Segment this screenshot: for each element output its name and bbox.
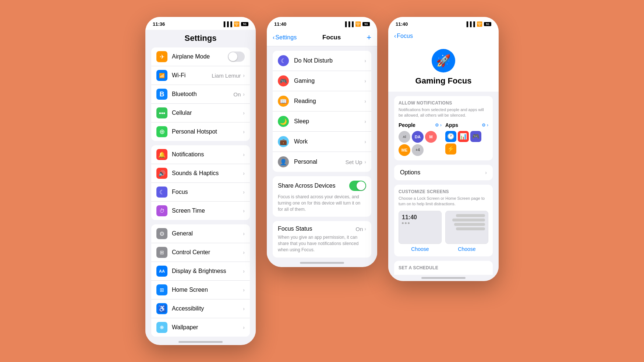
dot-2 [405, 222, 407, 224]
wifi-icon-3: 🛜 [477, 21, 482, 27]
settings-item-notifications[interactable]: 🔔 Notifications › [151, 145, 250, 164]
signal-icon: ▐▐▐ [222, 21, 232, 27]
battery-icon: 5G [241, 22, 248, 26]
app-icon-2: 📊 [458, 131, 469, 142]
status-group: Focus Status On › When you give an app p… [273, 221, 371, 257]
lock-screen-preview: 11:40 Choose [399, 211, 442, 252]
dnd-chevron: › [364, 58, 366, 64]
status-time-2: 11:40 [274, 21, 286, 27]
settings-back-button[interactable]: ‹ Settings [273, 34, 297, 41]
settings-item-accessibility[interactable]: ♿ Accessibility › [151, 299, 250, 318]
focus-item-work[interactable]: 💼 Work › [273, 132, 371, 152]
people-column: People ⚙ › Al DA M ME +4 [399, 122, 442, 156]
display-icon: AA [156, 266, 167, 277]
focus-item-reading[interactable]: 📖 Reading › [273, 91, 371, 111]
app-icons-row: 🕐 📊 🎮 ⚡ [445, 131, 488, 155]
notifications-chevron: › [243, 152, 245, 157]
settings-item-wifi[interactable]: 📶 Wi-Fi Liam Lemur › [151, 66, 250, 85]
hotspot-label: Personal Hotspot [172, 128, 243, 135]
focus-item-dnd[interactable]: ☾ Do Not Disturb › [273, 51, 371, 71]
hotspot-icon: ⊕ [156, 126, 167, 137]
home-bar-2 [452, 219, 485, 221]
app-icon-4: ⚡ [445, 143, 456, 155]
cellular-chevron: › [243, 110, 245, 116]
settings-item-sounds[interactable]: 🔊 Sounds & Haptics › [151, 164, 250, 183]
settings-item-display[interactable]: AA Display & Brightness › [151, 262, 250, 281]
bluetooth-label: Bluetooth [172, 91, 233, 97]
personal-icon: 👤 [278, 156, 289, 167]
wallpaper-icon: ❋ [156, 322, 167, 333]
gaming-header: 🚀 Gaming Focus [388, 43, 499, 92]
focus-item-personal[interactable]: 👤 Personal Set Up › [273, 152, 371, 172]
reading-label: Reading [294, 98, 364, 104]
display-label: Display & Brightness [172, 268, 243, 274]
status-desc: When you give an app permission, it can … [278, 234, 366, 253]
lock-dots [402, 222, 410, 224]
status-time-3: 11:40 [396, 21, 408, 27]
dot-1 [402, 222, 404, 224]
allow-notifications-desc: Notifications from selected people and a… [399, 107, 488, 118]
allow-notifications-title: ALLOW NOTIFICATIONS [399, 100, 488, 106]
settings-item-bluetooth[interactable]: B Bluetooth On › [151, 85, 250, 104]
sleep-label: Sleep [294, 118, 364, 125]
status-time-1: 11:36 [153, 21, 165, 27]
settings-item-airplane[interactable]: ✈ Airplane Mode [151, 47, 250, 66]
options-row[interactable]: Options › [394, 165, 493, 180]
add-focus-button[interactable]: + [367, 33, 371, 42]
settings-item-controlcenter[interactable]: ⊞ Control Center › [151, 243, 250, 262]
settings-item-cellular[interactable]: ●●● Cellular › [151, 104, 250, 123]
airplane-icon: ✈ [156, 51, 167, 62]
airplane-label: Airplane Mode [172, 53, 228, 60]
wallpaper-label: Wallpaper [172, 324, 243, 331]
airplane-toggle[interactable] [228, 52, 245, 62]
settings-group-network: ✈ Airplane Mode 📶 Wi-Fi Liam Lemur › B B… [151, 47, 250, 141]
settings-item-hotspot[interactable]: ⊕ Personal Hotspot › [151, 123, 250, 141]
screentime-label: Screen Time [172, 207, 243, 214]
back-chevron-3: ‹ [394, 33, 396, 39]
avatar-da: DA [412, 131, 424, 143]
settings-item-homescreen[interactable]: ⊞ Home Screen › [151, 281, 250, 299]
sleep-icon: 🌙 [278, 116, 289, 127]
settings-title: Settings [145, 30, 256, 47]
people-action[interactable]: ⚙ › [435, 123, 442, 128]
lock-time: 11:40 [402, 214, 417, 221]
focus-nav-title: Focus [297, 34, 367, 41]
battery-icon-3: 5G [484, 22, 491, 26]
home-screen-choose[interactable]: Choose [458, 246, 475, 252]
status-icons-3: ▐▐▐ 🛜 5G [465, 21, 491, 27]
screens-row: 11:40 Choose [399, 211, 488, 252]
settings-item-wallpaper[interactable]: ❋ Wallpaper › [151, 318, 250, 337]
display-chevron: › [243, 268, 245, 274]
home-bar-4 [456, 227, 485, 230]
app-icon-1: 🕐 [445, 131, 456, 142]
reading-icon: 📖 [278, 96, 289, 107]
apps-action[interactable]: ⚙ › [482, 123, 488, 128]
battery-icon-2: 5G [362, 22, 370, 26]
sounds-label: Sounds & Haptics [172, 170, 243, 177]
wifi-icon: 🛜 [234, 21, 240, 27]
lock-screen-choose[interactable]: Choose [411, 246, 429, 252]
home-bar-1 [456, 214, 485, 217]
share-toggle[interactable] [349, 181, 366, 191]
customize-title: CUSTOMIZE SCREENS [399, 189, 488, 194]
focus-back-button[interactable]: ‹ Focus [394, 33, 413, 39]
lock-screen-mock: 11:40 [399, 211, 442, 244]
share-row: Share Across Devices [278, 181, 366, 191]
settings-item-screentime[interactable]: ⏱ Screen Time › [151, 202, 250, 220]
accessibility-icon: ♿ [156, 303, 167, 314]
personal-value: Set Up [345, 159, 362, 165]
gaming-nav: ‹ Focus [388, 30, 499, 43]
settings-group-system: 🔔 Notifications › 🔊 Sounds & Haptics › ☾… [151, 145, 250, 220]
focus-item-gaming[interactable]: 🎮 Gaming › [273, 71, 371, 91]
focus-item-sleep[interactable]: 🌙 Sleep › [273, 111, 371, 132]
accessibility-label: Accessibility [172, 305, 243, 312]
gaming-focus-icon: 🚀 [432, 49, 455, 72]
settings-item-general[interactable]: ⚙ General › [151, 224, 250, 243]
gaming-chevron: › [364, 78, 366, 84]
home-screen-preview: Choose [445, 211, 488, 252]
settings-item-focus[interactable]: ☾ Focus › [151, 183, 250, 202]
settings-list: ✈ Airplane Mode 📶 Wi-Fi Liam Lemur › B B… [145, 47, 256, 337]
schedule-bar: SET A SCHEDULE [394, 261, 493, 275]
signal-icon-3: ▐▐▐ [465, 21, 475, 27]
focus-modes-group: ☾ Do Not Disturb › 🎮 Gaming › 📖 Reading … [273, 51, 371, 172]
